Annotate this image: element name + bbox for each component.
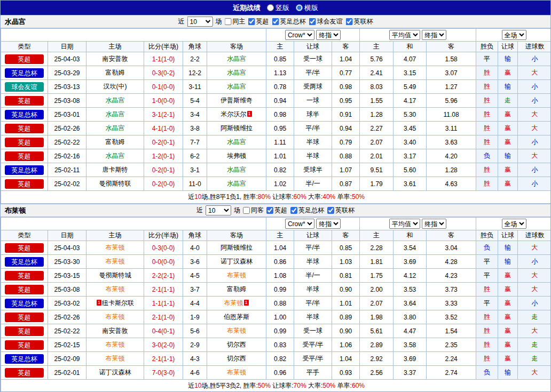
column-header: 主场	[86, 42, 144, 52]
home-team: 布莱顿	[86, 338, 144, 352]
score: 2-1(1-0)	[144, 310, 183, 324]
average-select[interactable]: 平均值	[389, 30, 420, 40]
average-odds-group: 平均值 终指	[360, 29, 476, 42]
result-cell: 胜	[476, 283, 498, 297]
goals-result-cell: 小	[518, 163, 551, 177]
team-label: 水晶宫	[227, 180, 246, 187]
average-odds-value: 4.63	[427, 177, 476, 191]
recent-label: 近	[196, 206, 203, 215]
match-row: 英超25-02-02曼彻斯特联0-2(0-0)11-0水晶宫1.02半/一0.8…	[1, 177, 551, 191]
home-team: 布莱顿	[86, 352, 144, 366]
league-checkbox[interactable]	[327, 207, 334, 214]
odds-stage-select[interactable]: 终指	[316, 30, 341, 40]
odds-stage-select[interactable]: 终指	[316, 219, 341, 229]
league-cell: 英足总杯	[1, 66, 48, 80]
league-badge: 球会友谊	[5, 82, 44, 92]
home-team: 水晶宫	[86, 108, 144, 122]
league-filter[interactable]: 球会友谊	[309, 17, 343, 26]
league-badge: 英超	[5, 179, 44, 189]
score: 0-1(0-0)	[144, 80, 183, 94]
handicap-result-cell: 走	[498, 94, 518, 108]
bookmaker-odds-value: 0.93	[332, 366, 360, 380]
home-team: 曼彻斯特联	[86, 177, 144, 191]
bookmaker-odds-value: 1.01	[266, 149, 294, 163]
away-team: 布莱顿	[207, 269, 266, 283]
summary-row: 近10场,胜8平1负1, 胜率:80% 让球率:60% 大率:40% 单率:50…	[1, 191, 551, 204]
scope-select[interactable]: 全场	[502, 30, 526, 40]
league-checkbox[interactable]	[272, 18, 279, 25]
league-cell: 英超	[1, 149, 48, 163]
same-venue-filter[interactable]: 同客	[243, 206, 264, 215]
layout-option-horizontal[interactable]: 横版	[296, 3, 318, 13]
average-odds-value: 3.04	[427, 241, 476, 255]
same-venue-filter[interactable]: 同主	[225, 17, 246, 26]
league-cell: 英超	[1, 52, 48, 66]
away-team: 伯恩茅斯	[207, 310, 266, 324]
league-filter[interactable]: 英足总杯	[290, 206, 324, 215]
column-header: 和	[393, 42, 427, 52]
league-checkbox[interactable]	[266, 207, 273, 214]
goals-result-cell: 小	[518, 177, 551, 191]
bookmaker-odds-value: 平/半	[294, 241, 332, 255]
avg-stage-select[interactable]: 终指	[422, 30, 446, 40]
league-filter[interactable]: 英足总杯	[272, 17, 306, 26]
league-cell: 英超	[1, 283, 48, 297]
average-select[interactable]: 平均值	[389, 219, 420, 229]
score: 2-1(1-1)	[144, 283, 183, 297]
league-cell: 英足总杯	[1, 352, 48, 366]
horizontal-layout-radio[interactable]	[296, 4, 303, 11]
average-odds-value: 4.47	[393, 324, 427, 338]
team-label: 布莱顿	[106, 285, 125, 293]
scope-select[interactable]: 全场	[502, 219, 526, 229]
average-odds-value: 3.07	[427, 66, 476, 80]
column-header: 主	[360, 230, 393, 241]
layout-option-vertical[interactable]: 竖版	[267, 3, 289, 13]
home-team: 曼彻斯特城	[86, 269, 144, 283]
handicap-result-cell: 输	[498, 149, 518, 163]
team-label: 布莱顿	[224, 299, 243, 307]
average-odds-value: 1.58	[427, 52, 476, 66]
recent-count-select[interactable]: 10	[187, 17, 213, 27]
average-odds-value: 2.74	[427, 366, 476, 380]
games-label: 场	[234, 206, 240, 215]
bookmaker-select[interactable]: Crow*	[285, 219, 314, 229]
league-filter[interactable]: 英超	[266, 206, 287, 215]
league-badge: 英足总杯	[5, 68, 44, 78]
away-team: 阿斯顿维拉	[207, 122, 266, 135]
score: 2-1(1-1)	[144, 352, 183, 366]
bookmaker-odds-value: 0.77	[332, 66, 360, 80]
league-checkbox[interactable]	[346, 18, 353, 25]
league-badge: 英超	[5, 313, 44, 322]
league-cell: 英足总杯	[1, 255, 48, 269]
avg-stage-select[interactable]: 终指	[422, 219, 446, 229]
league-badge: 英足总杯	[5, 354, 44, 364]
result-cell: 胜	[476, 108, 498, 122]
bookmaker-odds-value: 1.13	[266, 66, 294, 80]
league-filter[interactable]: 英联杯	[327, 206, 355, 215]
goals-result-cell: 大	[518, 149, 551, 163]
bookmaker-odds-value: 1.02	[266, 177, 294, 191]
league-filter[interactable]: 英超	[248, 17, 269, 26]
average-odds-value: 4.28	[427, 255, 476, 269]
league-checkbox[interactable]	[309, 18, 316, 25]
average-odds-value: 1.98	[360, 310, 393, 324]
corners: 12-2	[183, 66, 207, 80]
home-team: 布莱顿	[86, 241, 144, 255]
league-filter-label: 英足总杯	[280, 17, 306, 26]
recent-label: 近	[178, 17, 185, 26]
league-checkbox[interactable]	[290, 207, 297, 214]
same-venue-checkbox[interactable]	[225, 18, 232, 25]
league-cell: 英足总杯	[1, 108, 48, 122]
score: 0-3(0-0)	[144, 241, 183, 255]
result-cell: 胜	[476, 163, 498, 177]
recent-count-select[interactable]: 10	[206, 205, 231, 215]
match-date: 25-02-26	[48, 310, 86, 324]
league-filter[interactable]: 英联杯	[346, 17, 373, 26]
league-checkbox[interactable]	[248, 18, 255, 25]
vertical-layout-radio[interactable]	[267, 4, 274, 11]
bookmaker-odds-value: 半球	[294, 149, 332, 163]
same-venue-checkbox[interactable]	[243, 207, 250, 214]
bookmaker-select[interactable]: Crow*	[285, 30, 314, 40]
average-odds-value: 3.52	[427, 310, 476, 324]
away-team: 布莱顿1	[207, 297, 266, 310]
